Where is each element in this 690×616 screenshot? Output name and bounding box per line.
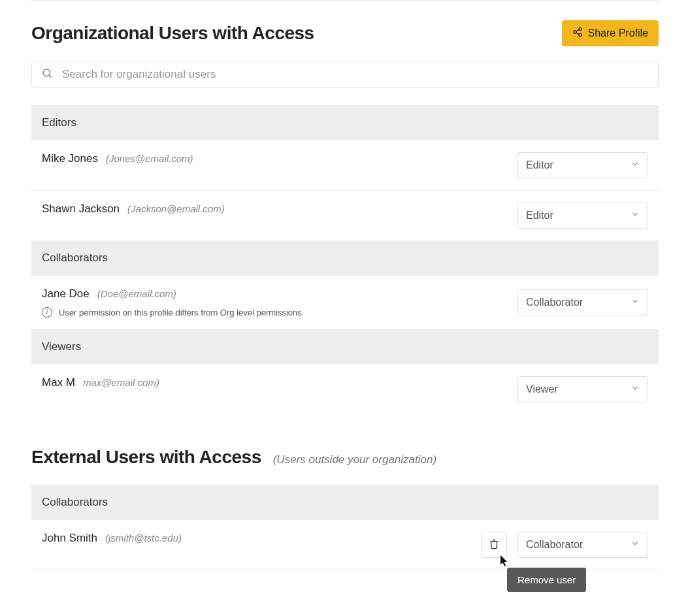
role-select[interactable]: Collaborator — [518, 532, 648, 558]
user-name: John Smith — [42, 532, 97, 545]
role-select[interactable]: Editor — [518, 152, 648, 178]
svg-point-1 — [574, 31, 576, 33]
user-email: (Doe@email.com) — [97, 288, 176, 299]
info-icon: i — [42, 307, 52, 317]
user-email: (jsmith@tstc.edu) — [105, 532, 182, 543]
user-email: max@email.com) — [83, 377, 159, 388]
remove-user-button[interactable] — [481, 532, 507, 558]
permission-warning-text: User permission on this profile differs … — [59, 308, 302, 317]
user-email: (Jones@email.com) — [106, 153, 193, 164]
page-title: Organizational Users with Access — [31, 23, 314, 44]
user-name: Jane Doe — [42, 287, 90, 300]
user-row: Jane Doe (Doe@email.com) i User permissi… — [31, 276, 659, 329]
share-profile-button[interactable]: Share Profile — [562, 20, 659, 46]
role-value: Editor — [526, 210, 553, 221]
group-header-collaborators: Collaborators — [31, 240, 659, 276]
chevron-down-icon — [631, 159, 640, 171]
search-input[interactable] — [62, 68, 649, 81]
svg-point-2 — [579, 34, 582, 37]
role-value: Editor — [526, 159, 553, 171]
user-name: Max M — [42, 376, 75, 389]
search-icon — [41, 67, 62, 82]
user-name: Shawn Jackson — [42, 203, 120, 216]
group-header-external-collaborators: Collaborators — [31, 485, 659, 520]
share-icon — [572, 27, 583, 40]
share-profile-label: Share Profile — [588, 27, 649, 39]
svg-line-6 — [49, 75, 51, 77]
chevron-down-icon — [631, 539, 640, 551]
group-header-viewers: Viewers — [31, 329, 659, 365]
permission-warning: i User permission on this profile differ… — [42, 307, 518, 317]
user-row: John Smith (jsmith@tstc.edu) Collaborato… — [31, 520, 659, 570]
remove-user-tooltip: Remove user — [507, 568, 586, 592]
role-value: Collaborator — [526, 539, 583, 551]
search-container[interactable] — [31, 61, 659, 88]
svg-point-5 — [43, 69, 50, 76]
svg-line-4 — [576, 33, 579, 35]
role-select[interactable]: Viewer — [518, 376, 648, 402]
svg-line-3 — [576, 29, 579, 31]
role-select[interactable]: Editor — [518, 203, 648, 229]
svg-point-0 — [579, 27, 582, 30]
external-subtitle: (Users outside your organization) — [273, 453, 436, 466]
user-name: Mike Jones — [42, 152, 98, 165]
chevron-down-icon — [631, 383, 640, 395]
user-row: Mike Jones (Jones@email.com) Editor — [31, 140, 659, 191]
role-select[interactable]: Collaborator — [518, 289, 648, 316]
role-value: Viewer — [526, 383, 558, 395]
chevron-down-icon — [631, 297, 640, 308]
group-header-editors: Editors — [31, 105, 659, 140]
chevron-down-icon — [631, 210, 640, 221]
role-value: Collaborator — [526, 297, 583, 308]
user-row: Shawn Jackson (Jackson@email.com) Editor — [31, 191, 659, 240]
user-row: Max M max@email.com) Viewer — [31, 365, 659, 414]
user-email: (Jackson@email.com) — [127, 203, 225, 214]
trash-icon — [489, 538, 499, 552]
external-title: External Users with Access — [31, 447, 261, 468]
